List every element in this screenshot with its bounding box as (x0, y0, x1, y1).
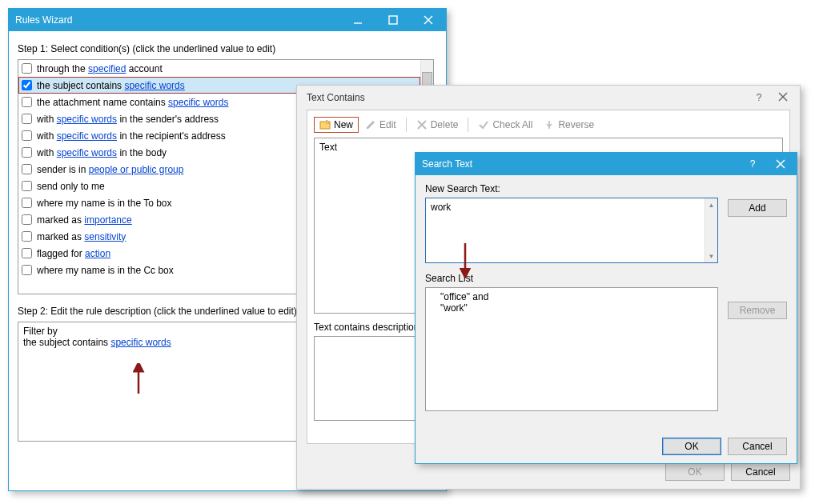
close-button[interactable] (765, 153, 797, 175)
new-search-value: work (431, 202, 451, 213)
condition-text: send only to me (37, 181, 105, 192)
condition-text: where my name is in the To box (37, 198, 172, 209)
close-button[interactable] (411, 9, 446, 31)
condition-checkbox[interactable] (22, 63, 32, 74)
condition-checkbox[interactable] (22, 198, 32, 208)
close-icon[interactable] (771, 92, 795, 104)
condition-checkbox[interactable] (22, 80, 32, 90)
tc-cancel-button[interactable]: Cancel (731, 463, 790, 481)
text-contains-toolbar: New Edit Delete Check All Reverse (314, 117, 783, 133)
condition-text: flagged for action (37, 248, 110, 259)
arrow-annotation-2 (459, 242, 472, 278)
help-icon[interactable]: ? (747, 92, 771, 103)
tc-ok-button[interactable]: OK (665, 463, 725, 481)
condition-link[interactable]: specific words (57, 114, 117, 125)
condition-text: with specific words in the body (37, 147, 167, 158)
condition-row[interactable]: through the specified account (18, 60, 420, 77)
condition-text: through the specified account (37, 63, 163, 74)
condition-text: with specific words in the recipient's a… (37, 130, 226, 142)
svg-rect-1 (389, 16, 397, 24)
condition-text: with specific words in the sender's addr… (37, 114, 219, 125)
condition-text: the attachment name contains specific wo… (37, 97, 228, 108)
scroll-up-icon[interactable]: ▲ (705, 198, 717, 211)
condition-checkbox[interactable] (22, 248, 32, 258)
minimize-button[interactable] (340, 9, 375, 31)
condition-checkbox[interactable] (22, 114, 32, 124)
search-text-titlebar[interactable]: Search Text ? (416, 153, 797, 175)
scroll-down-icon[interactable]: ▼ (705, 250, 717, 262)
condition-text: marked as sensitivity (37, 231, 126, 242)
search-list-label: Search List (425, 273, 787, 284)
check-icon (478, 119, 489, 130)
condition-checkbox[interactable] (22, 164, 32, 174)
condition-checkbox[interactable] (22, 147, 32, 158)
st-ok-button[interactable]: OK (662, 438, 721, 455)
text-column-header: Text (319, 142, 777, 153)
condition-checkbox[interactable] (22, 181, 32, 191)
search-text-dialog: Search Text ? New Search Text: work ▲ ▼ … (415, 152, 797, 464)
condition-text: marked as importance (37, 214, 132, 226)
condition-checkbox[interactable] (22, 231, 32, 242)
reverse-button[interactable]: Reverse (539, 118, 599, 132)
maximize-button[interactable] (375, 9, 411, 31)
new-button[interactable]: New (314, 117, 359, 133)
toolbar-separator (468, 118, 468, 132)
step1-label: Step 1: Select condition(s) (click the u… (18, 43, 437, 54)
rules-wizard-title: Rules Wizard (15, 14, 340, 26)
text-contains-titlebar[interactable]: Text Contains ? (297, 86, 800, 110)
new-icon (319, 119, 331, 130)
condition-link[interactable]: sensitivity (84, 231, 126, 242)
condition-link[interactable]: specific words (57, 147, 117, 158)
desc-specific-words-link[interactable]: specific words (110, 337, 171, 348)
checkall-button[interactable]: Check All (473, 118, 537, 132)
toolbar-separator (406, 118, 407, 132)
help-button[interactable]: ? (741, 153, 765, 175)
edit-icon (365, 119, 376, 130)
rules-wizard-titlebar[interactable]: Rules Wizard (9, 9, 446, 31)
input-scrollbar[interactable]: ▲ ▼ (705, 198, 717, 262)
condition-checkbox[interactable] (22, 130, 32, 141)
condition-text: where my name is in the Cc box (37, 265, 174, 276)
st-cancel-button[interactable]: Cancel (728, 438, 787, 455)
condition-link[interactable]: importance (84, 214, 131, 226)
delete-icon (416, 119, 428, 130)
remove-button[interactable]: Remove (728, 302, 787, 319)
new-search-label: New Search Text: (425, 183, 787, 194)
search-text-title: Search Text (422, 158, 741, 170)
condition-link[interactable]: specific words (124, 80, 184, 91)
add-button[interactable]: Add (728, 199, 787, 217)
text-contains-title: Text Contains (307, 92, 747, 103)
reverse-icon (544, 119, 555, 130)
delete-button[interactable]: Delete (412, 118, 464, 132)
condition-link[interactable]: people or public group (89, 164, 184, 175)
arrow-annotation-1 (132, 363, 145, 395)
condition-checkbox[interactable] (22, 265, 32, 275)
condition-checkbox[interactable] (22, 97, 32, 107)
edit-button[interactable]: Edit (360, 118, 401, 132)
condition-link[interactable]: specific words (57, 130, 117, 142)
condition-link[interactable]: action (85, 248, 110, 259)
condition-link[interactable]: specified (88, 63, 126, 74)
condition-text: sender is in people or public group (37, 164, 183, 175)
condition-text: the subject contains specific words (37, 80, 185, 91)
condition-link[interactable]: specific words (168, 97, 228, 108)
condition-checkbox[interactable] (22, 214, 32, 225)
search-list[interactable]: "office" and "work" (425, 287, 718, 411)
